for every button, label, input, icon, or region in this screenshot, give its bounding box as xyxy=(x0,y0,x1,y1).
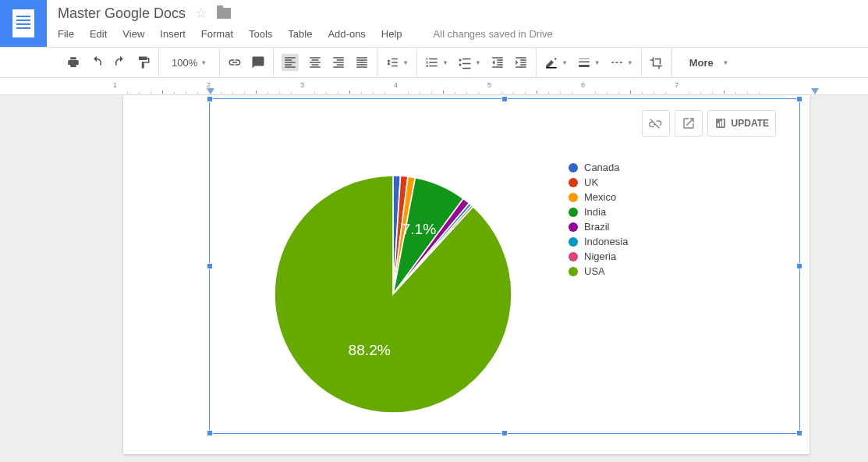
menu-tools[interactable]: Tools xyxy=(249,28,272,40)
paint-format-icon[interactable] xyxy=(136,55,151,69)
handle-tm[interactable] xyxy=(501,96,508,102)
docs-app-icon[interactable] xyxy=(0,0,47,47)
legend-label: Mexico xyxy=(584,191,616,203)
legend-swatch xyxy=(569,208,578,217)
comment-icon[interactable] xyxy=(251,55,265,69)
menu-insert[interactable]: Insert xyxy=(160,28,186,40)
canvas-area: 1234567 UPDATE 7.1%88.2% CanadaUKMexicoI… xyxy=(0,80,868,462)
undo-icon[interactable] xyxy=(90,55,104,69)
ruler-tick: 7 xyxy=(675,81,678,89)
border-color-icon[interactable]: ▼ xyxy=(544,55,568,69)
menubar: File Edit View Insert Format Tools Table… xyxy=(58,28,860,40)
legend-swatch xyxy=(569,193,578,202)
indent-decrease-icon[interactable] xyxy=(491,55,505,69)
menu-edit[interactable]: Edit xyxy=(90,28,107,40)
handle-br[interactable] xyxy=(796,430,802,436)
pie-slice-usa xyxy=(275,176,512,413)
svg-rect-0 xyxy=(546,67,557,69)
menu-help[interactable]: Help xyxy=(381,28,402,40)
slice-label-usa: 88.2% xyxy=(349,342,391,358)
unlink-chart-icon[interactable] xyxy=(642,110,670,137)
left-margin-marker[interactable] xyxy=(207,88,214,94)
legend-label: UK xyxy=(584,176,598,188)
ruler[interactable]: 1234567 xyxy=(0,80,868,95)
border-dash-icon[interactable]: ▼ xyxy=(610,55,633,69)
line-spacing-icon[interactable]: ▼ xyxy=(385,55,409,69)
handle-ml[interactable] xyxy=(207,263,213,269)
embedded-chart: 7.1%88.2% CanadaUKMexicoIndiaBrazilIndon… xyxy=(225,154,787,435)
handle-bl[interactable] xyxy=(207,430,213,436)
align-center-icon[interactable] xyxy=(308,55,322,69)
menu-view[interactable]: View xyxy=(122,28,144,40)
more-button[interactable]: More ▼ xyxy=(680,57,739,69)
align-left-icon[interactable] xyxy=(282,54,299,71)
legend-label: Indonesia xyxy=(584,236,628,247)
legend-label: India xyxy=(584,206,606,218)
zoom-label: 100% xyxy=(172,57,197,69)
legend-item-brazil: Brazil xyxy=(569,221,628,233)
svg-rect-2 xyxy=(717,123,719,126)
border-weight-icon[interactable]: ▼ xyxy=(577,55,601,69)
ruler-tick: 5 xyxy=(487,81,491,89)
more-label: More xyxy=(689,57,714,69)
legend-label: Canada xyxy=(584,162,620,173)
handle-tr[interactable] xyxy=(796,96,802,102)
toolbar: 100%▼ ▼ ▼ ▼ ▼ ▼ ▼ More ▼ xyxy=(0,47,868,78)
legend-swatch xyxy=(569,237,578,247)
open-source-icon[interactable] xyxy=(675,110,703,137)
document-title[interactable]: Master Google Docs xyxy=(58,5,186,22)
ruler-tick: 1 xyxy=(113,81,117,89)
legend-item-india: India xyxy=(569,206,628,218)
indent-increase-icon[interactable] xyxy=(514,55,528,69)
legend-item-canada: Canada xyxy=(569,162,628,173)
svg-rect-3 xyxy=(720,121,721,126)
menu-addons[interactable]: Add-ons xyxy=(328,28,365,40)
link-icon[interactable] xyxy=(228,55,242,69)
legend-item-uk: UK xyxy=(569,176,628,188)
legend-swatch xyxy=(569,178,578,187)
menu-table[interactable]: Table xyxy=(288,28,312,40)
right-margin-marker[interactable] xyxy=(811,88,819,94)
update-chart-button[interactable]: UPDATE xyxy=(707,110,776,137)
pie-chart: 7.1%88.2% xyxy=(268,169,518,419)
zoom-dropdown[interactable]: 100%▼ xyxy=(167,57,211,69)
redo-icon[interactable] xyxy=(113,55,127,69)
selection-box[interactable]: UPDATE 7.1%88.2% CanadaUKMexicoIndiaBraz… xyxy=(209,98,800,434)
legend-swatch xyxy=(569,252,578,261)
numbered-list-icon[interactable]: ▼ xyxy=(425,55,448,69)
ruler-tick: 6 xyxy=(581,81,585,89)
menu-format[interactable]: Format xyxy=(201,28,233,40)
ruler-tick: 4 xyxy=(394,81,398,89)
align-right-icon[interactable] xyxy=(331,55,345,69)
legend-swatch xyxy=(569,163,578,172)
crop-icon[interactable] xyxy=(650,55,664,69)
legend-label: Brazil xyxy=(584,221,610,233)
legend-item-indonesia: Indonesia xyxy=(569,236,628,247)
handle-tl[interactable] xyxy=(207,96,213,102)
menu-file[interactable]: File xyxy=(58,28,74,40)
slice-label-india: 7.1% xyxy=(402,221,437,237)
ruler-tick: 3 xyxy=(300,81,304,89)
folder-icon[interactable] xyxy=(217,8,231,19)
print-icon[interactable] xyxy=(66,55,80,69)
legend-item-nigeria: Nigeria xyxy=(569,251,628,262)
save-status: All changes saved in Drive xyxy=(434,28,553,40)
legend-swatch xyxy=(569,267,578,276)
legend: CanadaUKMexicoIndiaBrazilIndonesiaNigeri… xyxy=(569,154,628,435)
svg-rect-4 xyxy=(722,119,724,126)
legend-swatch xyxy=(569,222,578,232)
legend-label: Nigeria xyxy=(584,251,616,262)
legend-item-usa: USA xyxy=(569,265,628,277)
legend-item-mexico: Mexico xyxy=(569,191,628,203)
bulleted-list-icon[interactable]: ▼ xyxy=(458,55,481,69)
legend-label: USA xyxy=(584,265,605,277)
star-icon[interactable]: ☆ xyxy=(195,5,207,22)
update-label: UPDATE xyxy=(732,118,769,129)
handle-mr[interactable] xyxy=(796,263,802,269)
ruler-tick: 2 xyxy=(207,81,211,89)
docs-app-icon-glyph xyxy=(12,9,34,37)
align-justify-icon[interactable] xyxy=(355,55,369,69)
